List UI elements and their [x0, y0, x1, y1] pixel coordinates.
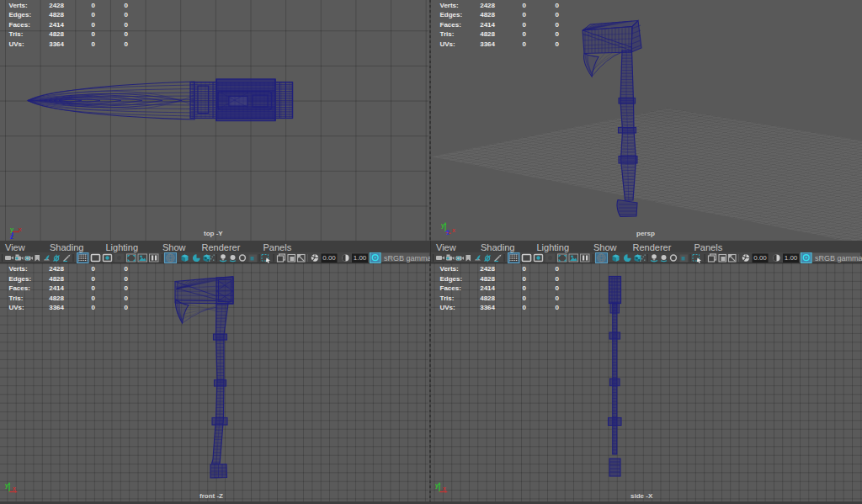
svg-text:y: y	[441, 222, 444, 229]
svg-text:0.00: 0.00	[753, 254, 767, 262]
svg-text:y: y	[435, 482, 439, 489]
svg-text:1.00: 1.00	[785, 254, 798, 262]
svg-text:sRGB gamma: sRGB gamma	[815, 254, 862, 263]
svg-text:x: x	[19, 225, 23, 233]
svg-text:sRGB gamma: sRGB gamma	[384, 254, 431, 263]
svg-text:1.00: 1.00	[354, 254, 367, 262]
svg-text:z: z	[10, 233, 13, 240]
svg-text:x: x	[443, 485, 446, 491]
svg-text:x: x	[13, 485, 16, 491]
svg-text:z: z	[447, 230, 450, 235]
svg-text:y: y	[5, 482, 8, 489]
svg-text:x: x	[452, 227, 455, 233]
svg-text:0.00: 0.00	[322, 254, 336, 262]
